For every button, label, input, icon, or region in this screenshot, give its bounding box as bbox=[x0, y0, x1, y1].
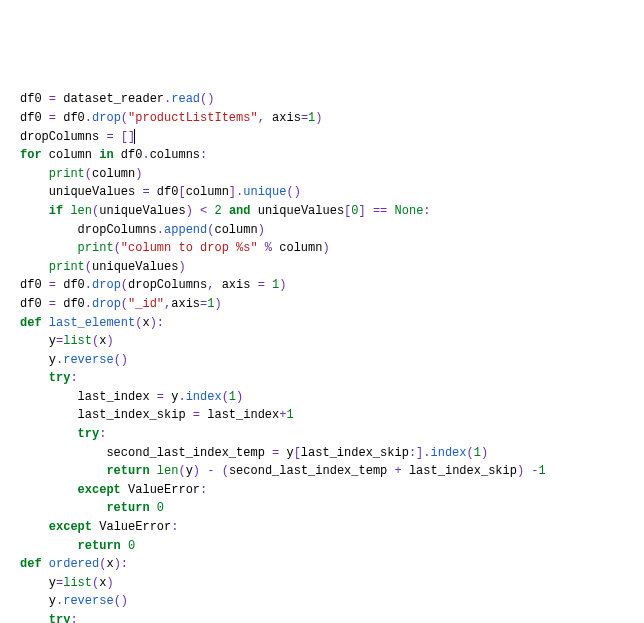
token-op: . bbox=[85, 111, 92, 125]
token-nm: df0 bbox=[150, 185, 179, 199]
token-op: ( bbox=[467, 446, 474, 460]
token-kw: in bbox=[99, 148, 113, 162]
code-line: last_index_skip = last_index+1 bbox=[20, 406, 624, 425]
code-line: return 0 bbox=[20, 499, 624, 518]
token-nm: y bbox=[20, 594, 56, 608]
token-nm bbox=[20, 464, 106, 478]
token-op: ( bbox=[121, 278, 128, 292]
token-nm bbox=[114, 130, 121, 144]
token-kw: try bbox=[49, 371, 71, 385]
token-op: ): bbox=[114, 557, 128, 571]
token-nm bbox=[20, 371, 49, 385]
token-fn: drop bbox=[92, 111, 121, 125]
token-op: ) bbox=[178, 260, 185, 274]
token-nm: df0 bbox=[114, 148, 143, 162]
token-kw: except bbox=[49, 520, 92, 534]
token-op: = bbox=[258, 278, 265, 292]
token-nm: dropColumns bbox=[128, 278, 207, 292]
token-nm bbox=[20, 539, 78, 553]
token-op: . bbox=[85, 278, 92, 292]
token-op: ) bbox=[135, 167, 142, 181]
token-op: ) bbox=[106, 576, 113, 590]
token-kw: except bbox=[78, 483, 121, 497]
token-nm bbox=[20, 483, 78, 497]
token-op: : bbox=[70, 613, 77, 623]
token-kw: return bbox=[106, 464, 149, 478]
token-op: : bbox=[171, 520, 178, 534]
token-nm: second_last_index_temp bbox=[229, 464, 395, 478]
token-nm bbox=[20, 520, 49, 534]
token-nm bbox=[20, 260, 49, 274]
token-nm: dataset_reader bbox=[56, 92, 164, 106]
token-nm: y bbox=[279, 446, 293, 460]
token-fn: drop bbox=[92, 297, 121, 311]
token-op: ) bbox=[279, 278, 286, 292]
token-op: ) bbox=[315, 111, 322, 125]
token-nm: y bbox=[20, 576, 56, 590]
token-op: = bbox=[49, 278, 56, 292]
token-op: - bbox=[531, 464, 538, 478]
token-op: ) bbox=[517, 464, 531, 478]
token-bi: len bbox=[70, 204, 92, 218]
token-bi: len bbox=[157, 464, 179, 478]
token-bi: None bbox=[395, 204, 424, 218]
token-nm: y bbox=[20, 353, 56, 367]
code-line: if len(uniqueValues) < 2 and uniqueValue… bbox=[20, 202, 624, 221]
token-op: ]. bbox=[229, 185, 243, 199]
text-cursor bbox=[134, 129, 135, 143]
token-num: 1 bbox=[286, 408, 293, 422]
token-op: ): bbox=[150, 316, 164, 330]
token-kw: def bbox=[20, 557, 42, 571]
token-fn: last_element bbox=[49, 316, 135, 330]
token-nm: last_index bbox=[200, 408, 279, 422]
token-op: ( bbox=[85, 167, 92, 181]
token-nm: df0 bbox=[56, 278, 85, 292]
code-line: def ordered(x): bbox=[20, 555, 624, 574]
token-str: "_id" bbox=[128, 297, 164, 311]
token-op: [ bbox=[294, 446, 301, 460]
token-op: ( bbox=[121, 111, 128, 125]
token-fn: ordered bbox=[49, 557, 99, 571]
token-op: ) bbox=[258, 223, 265, 237]
token-op: = bbox=[49, 92, 56, 106]
code-line: y=list(x) bbox=[20, 574, 624, 593]
code-line: y=list(x) bbox=[20, 332, 624, 351]
code-line: dropColumns = [] bbox=[20, 128, 624, 147]
token-op: = bbox=[49, 297, 56, 311]
token-nm: ValueError bbox=[121, 483, 200, 497]
token-kw: and bbox=[229, 204, 251, 218]
token-fn: index bbox=[186, 390, 222, 404]
token-nm bbox=[20, 204, 49, 218]
token-nm: last_index_skip bbox=[301, 446, 409, 460]
token-num: 0 bbox=[351, 204, 358, 218]
token-op: = bbox=[49, 111, 56, 125]
code-line: second_last_index_temp = y[last_index_sk… bbox=[20, 444, 624, 463]
code-line: try: bbox=[20, 425, 624, 444]
token-nm: x bbox=[142, 316, 149, 330]
token-kw: return bbox=[106, 501, 149, 515]
token-num: 1 bbox=[229, 390, 236, 404]
token-nm: df0 bbox=[56, 297, 85, 311]
token-op: ) bbox=[193, 464, 207, 478]
token-bi: list bbox=[63, 334, 92, 348]
token-str: "column to drop %s" bbox=[121, 241, 258, 255]
token-nm: dropColumns bbox=[20, 223, 157, 237]
token-nm: column bbox=[92, 167, 135, 181]
token-op: == bbox=[373, 204, 387, 218]
token-nm bbox=[387, 204, 394, 218]
token-op: ) bbox=[106, 334, 113, 348]
code-line: def last_element(x): bbox=[20, 314, 624, 333]
token-nm: axis bbox=[171, 297, 200, 311]
code-line: df0 = df0.drop("productListItems", axis=… bbox=[20, 109, 624, 128]
code-line: y.reverse() bbox=[20, 592, 624, 611]
code-line: for column in df0.columns: bbox=[20, 146, 624, 165]
code-line: uniqueValues = df0[column].unique() bbox=[20, 183, 624, 202]
token-op: : bbox=[200, 483, 207, 497]
token-op: ( bbox=[222, 390, 229, 404]
code-line: df0 = df0.drop("_id",axis=1) bbox=[20, 295, 624, 314]
token-op: . bbox=[157, 223, 164, 237]
token-op: [] bbox=[121, 130, 135, 144]
token-bi: print bbox=[49, 167, 85, 181]
token-op: [ bbox=[178, 185, 185, 199]
token-nm bbox=[20, 241, 78, 255]
